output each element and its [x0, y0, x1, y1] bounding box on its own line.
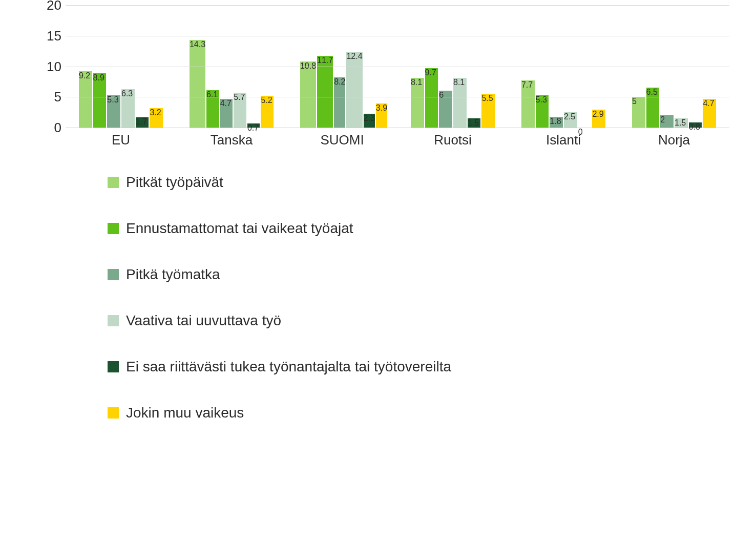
legend-swatch [108, 315, 119, 326]
legend-swatch [108, 269, 119, 280]
legend-label: Ennustamattomat tai vaikeat työajat [126, 220, 353, 237]
legend-item: Ennustamattomat tai vaikeat työajat [108, 220, 451, 237]
x-tick-label: Tanska [176, 128, 287, 149]
bar: 3.2 [150, 108, 163, 128]
bar: 5.3 [536, 95, 549, 128]
bar: 1.8 [550, 117, 563, 128]
bar: 3.9 [376, 103, 387, 128]
bar: 6 [439, 91, 452, 128]
legend-label: Pitkä työmatka [126, 266, 220, 283]
x-tick-label: Islanti [508, 128, 619, 149]
gridline [66, 97, 729, 97]
legend-label: Ei saa riittävästi tukea työnantajalta t… [126, 359, 451, 375]
legend-label: Vaativa tai uuvuttava työ [126, 312, 281, 329]
legend-swatch [108, 223, 119, 234]
x-tick-label: Norja [619, 128, 729, 149]
legend-item: Pitkät työpäivät [108, 174, 451, 191]
y-tick-label: 20 [37, 0, 61, 13]
legend-label: Pitkät työpäivät [126, 174, 223, 191]
bar: 4.7 [220, 99, 233, 128]
x-tick-label: SUOMI [287, 128, 397, 149]
bar: 1.7 [136, 117, 149, 128]
legend-item: Jokin muu vaikeus [108, 405, 451, 421]
legend-item: Ei saa riittävästi tukea työnantajalta t… [108, 359, 451, 375]
bar: 9.2 [79, 71, 92, 128]
legend-swatch [108, 361, 119, 372]
bar: 7.7 [521, 80, 535, 128]
bar: 2.3 [364, 114, 375, 128]
y-tick-label: 5 [37, 89, 61, 105]
bar: 0.8 [689, 122, 702, 128]
bar: 5.7 [234, 93, 246, 128]
legend-label: Jokin muu vaikeus [126, 405, 244, 421]
bar: 2.5 [564, 112, 577, 128]
chart-area: 9.28.95.36.31.73.214.36.14.75.70.75.210.… [33, 5, 740, 149]
bar: 5.2 [261, 96, 274, 128]
bar: 4.7 [703, 99, 716, 128]
bar: 8.2 [334, 77, 345, 128]
bar: 5.5 [481, 94, 495, 128]
bar: 14.3 [190, 40, 205, 128]
bar: 12.4 [346, 52, 362, 128]
y-tick-label: 15 [37, 28, 61, 44]
bar: 5 [632, 97, 645, 128]
x-tick-label: EU [66, 128, 176, 149]
y-tick-label: 10 [37, 58, 61, 74]
bar: 1.5 [675, 118, 688, 128]
legend-item: Pitkä työmatka [108, 266, 451, 283]
gridline [66, 67, 729, 67]
legend: Pitkät työpäivätEnnustamattomat tai vaik… [108, 174, 451, 421]
plot-area: 9.28.95.36.31.73.214.36.14.75.70.75.210.… [66, 5, 729, 128]
gridline [66, 5, 729, 6]
gridline [66, 36, 729, 36]
bar: 5.3 [107, 95, 120, 128]
bar: 8.1 [411, 78, 424, 128]
bar: 1.5 [468, 118, 481, 128]
bar: 8.1 [453, 78, 467, 128]
x-tick-label: Ruotsi [397, 128, 508, 149]
bar: 6.1 [206, 90, 219, 128]
bar: 9.7 [425, 68, 438, 128]
bar: 6.5 [646, 88, 660, 128]
bar: 10.8 [300, 61, 316, 128]
bar: 2 [660, 115, 674, 128]
legend-item: Vaativa tai uuvuttava työ [108, 312, 451, 329]
bar: 8.9 [93, 73, 107, 128]
legend-swatch [108, 177, 119, 188]
y-tick-label: 0 [37, 120, 61, 136]
bar: 6.3 [121, 89, 135, 128]
bar: 0.7 [247, 123, 260, 128]
bar: 2.9 [592, 110, 605, 128]
legend-swatch [108, 407, 119, 419]
